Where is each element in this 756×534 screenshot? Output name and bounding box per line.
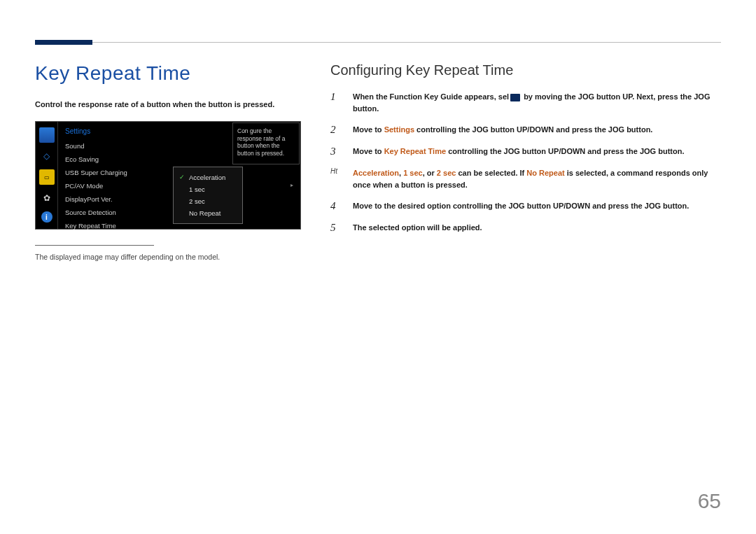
step-text: Acceleration, 1 sec, or 2 sec can be sel… <box>353 167 721 190</box>
step-number: 1 <box>330 91 343 103</box>
step-row: 2 Move to Settings controlling the JOG b… <box>330 124 721 136</box>
step-text: Move to Settings controlling the JOG but… <box>353 124 721 136</box>
osd-popup-item: Acceleration <box>174 171 242 183</box>
step-text: Move to the desired option controlling t… <box>353 200 721 212</box>
header-rule <box>35 42 721 43</box>
osd-popup-item: 2 sec <box>174 195 242 207</box>
step-row: Ht Acceleration, 1 sec, or 2 sec can be … <box>330 167 721 190</box>
menu-icon <box>510 94 520 101</box>
step-row: 3 Move to Key Repeat Time controlling th… <box>330 146 721 157</box>
pip-icon: ◇ <box>39 148 55 164</box>
step-number: 2 <box>330 124 343 136</box>
step-text: Move to Key Repeat Time controlling the … <box>353 146 721 157</box>
page-number: 65 <box>698 489 721 513</box>
intro-text: Control the response rate of a button wh… <box>35 100 301 108</box>
section-heading: Key Repeat Time <box>35 62 301 85</box>
model-note: The displayed image may differ depending… <box>35 253 301 261</box>
step-row: 1 When the Function Key Guide appears, s… <box>330 91 721 114</box>
config-heading: Conﬁguring Key Repeat Time <box>330 62 721 78</box>
step-row: 5 The selected option will be applied. <box>330 222 721 234</box>
step-row: 4 Move to the desired option controlling… <box>330 200 721 212</box>
picture-icon: ▭ <box>39 169 55 185</box>
osd-help-box: Con gure the response rate of a button w… <box>232 122 300 164</box>
osd-popup-item: No Repeat <box>174 207 242 219</box>
step-number: 4 <box>330 200 343 212</box>
step-number: 5 <box>330 222 343 234</box>
note-rule <box>35 245 154 246</box>
osd-popup-item: 1 sec <box>174 183 242 195</box>
gear-icon: ✿ <box>39 190 55 206</box>
osd-icon-strip: ◇ ▭ ✿ i <box>36 122 58 229</box>
hint-icon: Ht <box>330 167 343 175</box>
osd-menu: Settings Sound Eco SavingO USB Super Cha… <box>58 122 300 229</box>
step-text: When the Function Key Guide appears, sel… <box>353 91 721 114</box>
osd-screenshot: ◇ ▭ ✿ i Settings Sound Eco SavingO USB S… <box>35 121 301 230</box>
osd-popup: Acceleration 1 sec 2 sec No Repeat <box>173 167 243 224</box>
step-number: 3 <box>330 146 343 157</box>
step-text: The selected option will be applied. <box>353 222 721 234</box>
info-icon: i <box>41 211 52 223</box>
monitor-icon <box>39 127 55 143</box>
